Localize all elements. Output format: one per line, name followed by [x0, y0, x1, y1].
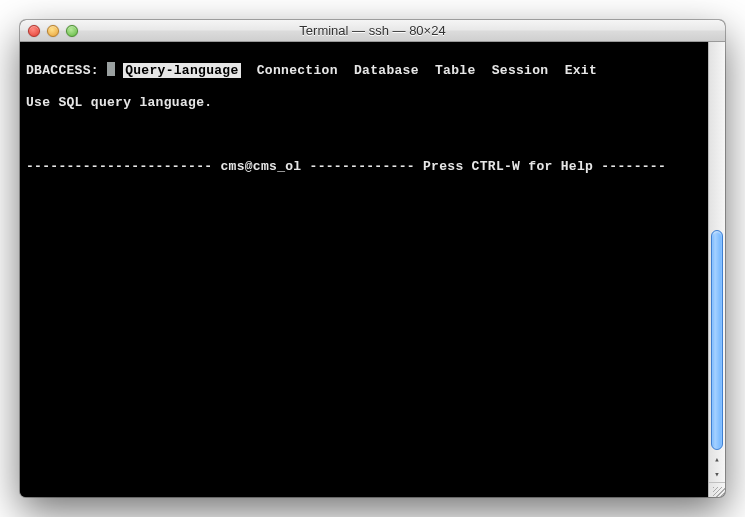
menu-item-table[interactable]: Table	[435, 63, 476, 78]
prompt-label: DBACCESS:	[26, 63, 99, 78]
terminal-window: Terminal — ssh — 80×24 DBACCESS: Query-l…	[20, 20, 725, 497]
scrollbar-arrows: ▴ ▾	[710, 452, 725, 482]
terminal-content[interactable]: DBACCESS: Query-language Connection Data…	[20, 42, 708, 497]
help-label: Press CTRL-W for Help	[423, 159, 593, 174]
menu-item-query-language[interactable]: Query-language	[123, 63, 240, 78]
menu-item-database[interactable]: Database	[354, 63, 419, 78]
cursor-block	[107, 62, 115, 76]
db-label: cms@cms_ol	[220, 159, 301, 174]
divider-right: --------	[593, 159, 666, 174]
scroll-down-icon[interactable]: ▾	[710, 467, 725, 482]
scrollbar-thumb[interactable]	[711, 230, 723, 450]
status-row: ----------------------- cms@cms_ol -----…	[26, 159, 702, 175]
window-title: Terminal — ssh — 80×24	[20, 23, 725, 38]
titlebar[interactable]: Terminal — ssh — 80×24	[20, 20, 725, 42]
menu-item-exit[interactable]: Exit	[565, 63, 597, 78]
scrollbar[interactable]: ▴ ▾	[708, 42, 725, 497]
minimize-icon[interactable]	[47, 25, 59, 37]
scroll-up-icon[interactable]: ▴	[710, 452, 725, 467]
scrollbar-track[interactable]	[709, 42, 725, 452]
terminal-body: DBACCESS: Query-language Connection Data…	[20, 42, 725, 497]
blank-row	[26, 127, 702, 143]
traffic-lights	[20, 25, 78, 37]
close-icon[interactable]	[28, 25, 40, 37]
menu-item-session[interactable]: Session	[492, 63, 549, 78]
resize-handle-icon[interactable]	[709, 482, 726, 497]
menu-row: DBACCESS: Query-language Connection Data…	[26, 62, 702, 79]
zoom-icon[interactable]	[66, 25, 78, 37]
menu-item-connection[interactable]: Connection	[257, 63, 338, 78]
hint-row: Use SQL query language.	[26, 95, 702, 111]
divider-left: -----------------------	[26, 159, 220, 174]
divider-mid: -------------	[301, 159, 423, 174]
